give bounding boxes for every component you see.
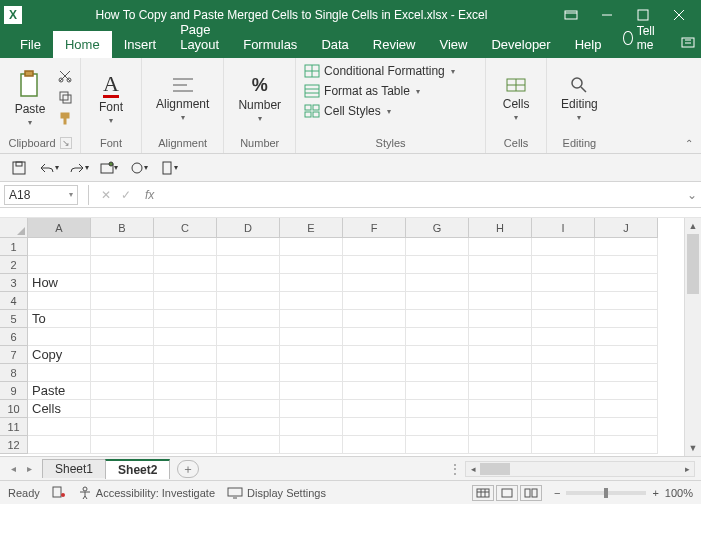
- cell-J8[interactable]: [595, 364, 658, 382]
- cell-E9[interactable]: [280, 382, 343, 400]
- cell-A5[interactable]: To: [28, 310, 91, 328]
- cell-H2[interactable]: [469, 256, 532, 274]
- column-header-I[interactable]: I: [532, 218, 595, 238]
- cell-F6[interactable]: [343, 328, 406, 346]
- cell-I4[interactable]: [532, 292, 595, 310]
- cell-D11[interactable]: [217, 418, 280, 436]
- accessibility-button[interactable]: Accessibility: Investigate: [78, 486, 215, 500]
- cell-F2[interactable]: [343, 256, 406, 274]
- cell-A3[interactable]: How: [28, 274, 91, 292]
- cell-C12[interactable]: [154, 436, 217, 454]
- cell-D1[interactable]: [217, 238, 280, 256]
- cells-button[interactable]: Cells ▾: [494, 73, 538, 124]
- vertical-scroll-thumb[interactable]: [687, 234, 699, 294]
- cut-icon[interactable]: [58, 69, 72, 86]
- tab-view[interactable]: View: [427, 31, 479, 58]
- copy-icon[interactable]: [58, 90, 72, 107]
- cell-I10[interactable]: [532, 400, 595, 418]
- cell-A9[interactable]: Paste: [28, 382, 91, 400]
- cell-E12[interactable]: [280, 436, 343, 454]
- number-button[interactable]: % Number ▾: [232, 73, 287, 125]
- sheet-nav-next-icon[interactable]: ▸: [22, 463, 36, 474]
- cell-D3[interactable]: [217, 274, 280, 292]
- cell-I12[interactable]: [532, 436, 595, 454]
- tab-insert[interactable]: Insert: [112, 31, 169, 58]
- tell-me[interactable]: Tell me: [613, 18, 669, 58]
- cell-D5[interactable]: [217, 310, 280, 328]
- cell-D10[interactable]: [217, 400, 280, 418]
- cell-J5[interactable]: [595, 310, 658, 328]
- cell-J12[interactable]: [595, 436, 658, 454]
- cell-I1[interactable]: [532, 238, 595, 256]
- cell-C2[interactable]: [154, 256, 217, 274]
- cell-G12[interactable]: [406, 436, 469, 454]
- alignment-button[interactable]: Alignment ▾: [150, 73, 215, 124]
- cell-H4[interactable]: [469, 292, 532, 310]
- cell-I11[interactable]: [532, 418, 595, 436]
- cell-B8[interactable]: [91, 364, 154, 382]
- row-header-9[interactable]: 9: [0, 382, 28, 400]
- cell-F10[interactable]: [343, 400, 406, 418]
- cell-G7[interactable]: [406, 346, 469, 364]
- tab-help[interactable]: Help: [563, 31, 614, 58]
- qat-item-1[interactable]: ▾: [98, 158, 120, 178]
- cell-J10[interactable]: [595, 400, 658, 418]
- qat-item-3[interactable]: ▾: [158, 158, 180, 178]
- tab-file[interactable]: File: [8, 31, 53, 58]
- cell-C3[interactable]: [154, 274, 217, 292]
- paste-button[interactable]: Paste ▾: [8, 68, 52, 129]
- cell-H6[interactable]: [469, 328, 532, 346]
- cell-G3[interactable]: [406, 274, 469, 292]
- format-as-table-button[interactable]: Format as Table▾: [304, 82, 420, 100]
- row-header-8[interactable]: 8: [0, 364, 28, 382]
- cell-B4[interactable]: [91, 292, 154, 310]
- cell-E4[interactable]: [280, 292, 343, 310]
- formula-input[interactable]: [160, 185, 683, 205]
- qat-item-2[interactable]: ▾: [128, 158, 150, 178]
- share-icon[interactable]: [669, 29, 701, 58]
- cell-I3[interactable]: [532, 274, 595, 292]
- display-settings-button[interactable]: Display Settings: [227, 487, 326, 499]
- zoom-out-button[interactable]: −: [554, 487, 560, 499]
- cell-F9[interactable]: [343, 382, 406, 400]
- cell-G8[interactable]: [406, 364, 469, 382]
- tab-home[interactable]: Home: [53, 31, 112, 58]
- cell-E1[interactable]: [280, 238, 343, 256]
- row-header-10[interactable]: 10: [0, 400, 28, 418]
- column-header-H[interactable]: H: [469, 218, 532, 238]
- cell-B12[interactable]: [91, 436, 154, 454]
- cell-A4[interactable]: [28, 292, 91, 310]
- undo-icon[interactable]: ▾: [38, 158, 60, 178]
- enter-icon[interactable]: ✓: [121, 188, 131, 202]
- row-header-11[interactable]: 11: [0, 418, 28, 436]
- column-header-B[interactable]: B: [91, 218, 154, 238]
- cell-G6[interactable]: [406, 328, 469, 346]
- cell-E11[interactable]: [280, 418, 343, 436]
- cell-H8[interactable]: [469, 364, 532, 382]
- cell-E2[interactable]: [280, 256, 343, 274]
- cell-A8[interactable]: [28, 364, 91, 382]
- cell-E7[interactable]: [280, 346, 343, 364]
- cell-J1[interactable]: [595, 238, 658, 256]
- cell-E5[interactable]: [280, 310, 343, 328]
- row-header-4[interactable]: 4: [0, 292, 28, 310]
- cell-B5[interactable]: [91, 310, 154, 328]
- tab-developer[interactable]: Developer: [479, 31, 562, 58]
- cell-I6[interactable]: [532, 328, 595, 346]
- cell-C9[interactable]: [154, 382, 217, 400]
- cell-A11[interactable]: [28, 418, 91, 436]
- cell-C7[interactable]: [154, 346, 217, 364]
- page-layout-view-button[interactable]: [496, 485, 518, 501]
- column-header-A[interactable]: A: [28, 218, 91, 238]
- cell-A2[interactable]: [28, 256, 91, 274]
- cell-J7[interactable]: [595, 346, 658, 364]
- tab-review[interactable]: Review: [361, 31, 428, 58]
- cell-F11[interactable]: [343, 418, 406, 436]
- cell-H9[interactable]: [469, 382, 532, 400]
- cell-J6[interactable]: [595, 328, 658, 346]
- column-header-E[interactable]: E: [280, 218, 343, 238]
- cell-I7[interactable]: [532, 346, 595, 364]
- cell-D2[interactable]: [217, 256, 280, 274]
- macro-record-icon[interactable]: [52, 486, 66, 500]
- cell-G10[interactable]: [406, 400, 469, 418]
